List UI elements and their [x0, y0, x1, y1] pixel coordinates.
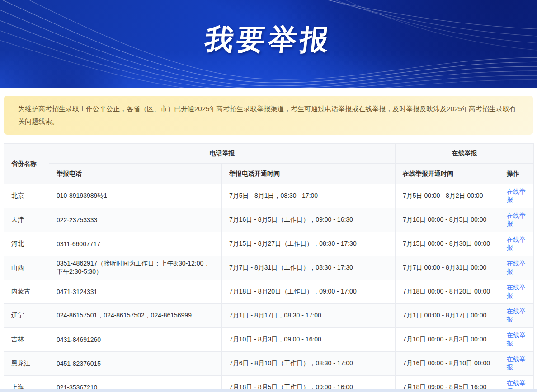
table-row: 辽宁024-86157501，024-86157502，024-86156999…	[4, 304, 534, 328]
province-cell: 河北	[4, 232, 49, 256]
header-phone-report-group: 电话举报	[49, 144, 396, 164]
online-report-link[interactable]: 在线举报	[507, 188, 526, 203]
phone-cell: 010-89193989转1	[49, 184, 222, 208]
report-table: 省份名称 电话举报 在线举报 举报电话 举报电话开通时间 在线举报开通时间 操作…	[4, 143, 534, 392]
page: 我要举报 为维护高考招生录取工作公平公正，各省（区、市）已开通2025年高考招生…	[0, 0, 537, 392]
phone-time-cell: 7月15日 - 8月27日（工作日），08:30 - 17:30	[222, 232, 396, 256]
online-time-cell: 7月5日 00:00 - 8月2日 00:00	[396, 184, 499, 208]
online-report-link[interactable]: 在线举报	[507, 308, 526, 323]
phone-cell: 0471-3124331	[49, 280, 222, 304]
province-cell: 北京	[4, 184, 49, 208]
action-cell: 在线举报	[499, 184, 534, 208]
header-online-report-group: 在线举报	[396, 144, 534, 164]
phone-cell: 024-86157501，024-86157502，024-86156999	[49, 304, 222, 328]
province-cell: 天津	[4, 208, 49, 232]
phone-time-cell: 7月16日 - 8月5日（工作日），09:00 - 16:30	[222, 208, 396, 232]
phone-time-cell: 7月1日 - 8月17日，08:30 - 17:00	[222, 304, 396, 328]
online-report-link[interactable]: 在线举报	[507, 284, 526, 299]
online-report-link[interactable]: 在线举报	[507, 212, 526, 227]
header-province: 省份名称	[4, 144, 49, 184]
province-cell: 吉林	[4, 328, 49, 352]
province-cell: 辽宁	[4, 304, 49, 328]
action-cell: 在线举报	[499, 304, 534, 328]
province-cell: 山西	[4, 256, 49, 280]
banner: 我要举报	[0, 0, 537, 88]
online-time-cell: 7月16日 00:00 - 8月5日 00:00	[396, 208, 499, 232]
online-time-cell: 7月15日 00:00 - 8月30日 00:00	[396, 232, 499, 256]
online-report-link[interactable]: 在线举报	[507, 331, 526, 347]
action-cell: 在线举报	[499, 328, 534, 352]
phone-time-cell: 7月5日 - 8月1日，08:30 - 17:00	[222, 184, 396, 208]
phone-cell: 0451-82376015	[49, 352, 222, 376]
online-time-cell: 7月7日 00:00 - 8月31日 00:00	[396, 256, 499, 280]
header-report-phone: 举报电话	[49, 164, 222, 184]
table-row: 北京010-89193989转17月5日 - 8月1日，08:30 - 17:0…	[4, 184, 534, 208]
online-report-link[interactable]: 在线举报	[507, 355, 526, 371]
report-table-body: 北京010-89193989转17月5日 - 8月1日，08:30 - 17:0…	[4, 184, 534, 392]
phone-cell: 0311-66007717	[49, 232, 222, 256]
online-report-link[interactable]: 在线举报	[507, 236, 526, 251]
notice-box: 为维护高考招生录取工作公平公正，各省（区、市）已开通2025年高考招生录取举报渠…	[4, 96, 533, 135]
online-time-cell: 7月1日 00:00 - 8月17日 00:00	[396, 304, 499, 328]
table-row: 河北0311-660077177月15日 - 8月27日（工作日），08:30 …	[4, 232, 534, 256]
action-cell: 在线举报	[499, 352, 534, 376]
action-cell: 在线举报	[499, 232, 534, 256]
table-row: 山西0351-4862917（接听时间为工作日：上午8:30-12:00，下午2…	[4, 256, 534, 280]
province-cell: 内蒙古	[4, 280, 49, 304]
phone-time-cell: 7月18日 - 8月20日（工作日），09:00 - 17:00	[222, 280, 396, 304]
header-phone-open-time: 举报电话开通时间	[222, 164, 396, 184]
action-cell: 在线举报	[499, 280, 534, 304]
phone-time-cell: 7月6日 - 8月10日（工作日），08:30 - 17:00	[222, 352, 396, 376]
table-row: 吉林0431-846912607月10日 - 8月3日，09:00 - 16:0…	[4, 328, 534, 352]
phone-time-cell: 7月10日 - 8月3日，09:00 - 16:00	[222, 328, 396, 352]
online-time-cell: 7月10日 00:00 - 8月3日 00:00	[396, 328, 499, 352]
notice-text: 为维护高考招生录取工作公平公正，各省（区、市）已开通2025年高考招生录取举报渠…	[18, 103, 519, 128]
table-row: 黑龙江0451-823760157月6日 - 8月10日（工作日），08:30 …	[4, 352, 534, 376]
phone-cell: 0431-84691260	[49, 328, 222, 352]
phone-cell: 022-23753333	[49, 208, 222, 232]
table-row: 内蒙古0471-31243317月18日 - 8月20日（工作日），09:00 …	[4, 280, 534, 304]
table-row: 天津022-237533337月16日 - 8月5日（工作日），09:00 - …	[4, 208, 534, 232]
action-cell: 在线举报	[499, 256, 534, 280]
phone-cell: 0351-4862917（接听时间为工作日：上午8:30-12:00，下午2:3…	[49, 256, 222, 280]
page-title: 我要举报	[0, 25, 537, 54]
online-time-cell: 7月18日 00:00 - 8月20日 00:00	[396, 280, 499, 304]
online-report-link[interactable]: 在线举报	[507, 260, 526, 275]
province-cell: 黑龙江	[4, 352, 49, 376]
bottom-edge-strip	[0, 389, 537, 392]
phone-time-cell: 7月7日 - 8月31日（工作日），08:30 - 17:30	[222, 256, 396, 280]
header-online-open-time: 在线举报开通时间	[396, 164, 499, 184]
report-table-header: 省份名称 电话举报 在线举报 举报电话 举报电话开通时间 在线举报开通时间 操作	[4, 144, 534, 184]
header-action: 操作	[499, 164, 534, 184]
action-cell: 在线举报	[499, 208, 534, 232]
online-time-cell: 7月16日 00:00 - 8月10日 00:00	[396, 352, 499, 376]
